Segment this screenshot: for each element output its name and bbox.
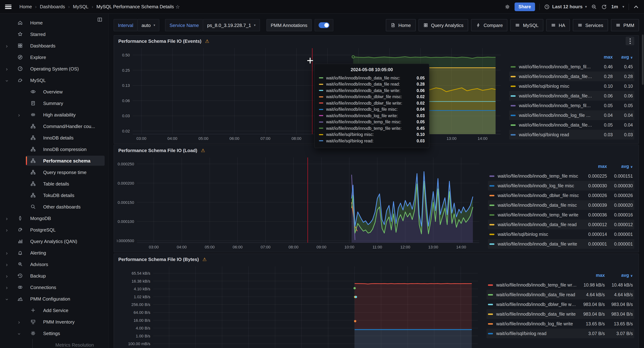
sidebar-item-overview[interactable]: Overview <box>0 86 108 98</box>
chevron-right-icon[interactable] <box>5 286 9 289</box>
link-button-home[interactable]: Home <box>386 19 416 31</box>
link-button-mysql[interactable]: MySQL <box>510 19 543 31</box>
chevron-down-icon[interactable] <box>5 78 9 82</box>
chevron-down-icon[interactable]: ▾ <box>622 5 624 9</box>
sidebar-item-operating-system-os[interactable]: Operating System (OS) <box>0 63 108 74</box>
panel-warning-icon[interactable]: ⚠ <box>205 39 209 43</box>
share-button[interactable]: Share <box>514 2 535 11</box>
series-name[interactable]: wait/io/file/innodb/innodb_temp_file wri… <box>498 212 581 217</box>
chevron-right-icon[interactable] <box>5 67 9 70</box>
series-name[interactable]: wait/io/file/innodb/innodb_data_file rea… <box>519 74 592 79</box>
panel-header[interactable]: Performance Schema File IO (Events) ⚠ <box>114 36 638 46</box>
link-button-pmm[interactable]: PMM <box>611 19 639 31</box>
legend-sort-max[interactable]: max <box>577 273 605 278</box>
sidebar-item-add-service[interactable]: Add Service <box>0 304 108 316</box>
chevron-right-icon[interactable] <box>17 320 21 324</box>
series-name[interactable]: wait/io/file/innodb/innodb_dblwr_file wr… <box>496 302 577 307</box>
sidebar-item-starred[interactable]: Starred <box>0 28 108 40</box>
panel-warning-icon[interactable]: ⚠ <box>201 148 205 152</box>
series-name[interactable]: wait/io/file/innodb/innodb_data_file rea… <box>498 222 581 227</box>
series-name[interactable]: wait/io/file/innodb/innodb_data_file mis… <box>519 122 592 128</box>
chevron-right-icon[interactable] <box>5 228 9 232</box>
link-button-services[interactable]: Services <box>573 19 608 31</box>
sidebar-item-high-availability[interactable]: High availability <box>0 109 108 120</box>
sidebar-item-backup[interactable]: Backup <box>0 270 108 282</box>
series-name[interactable]: wait/io/file/innodb/innodb_dblwr_file mi… <box>498 193 581 198</box>
breadcrumb-item[interactable]: Dashboards <box>40 4 65 9</box>
legend-sort-max[interactable]: max <box>592 54 613 60</box>
favorite-star-icon[interactable]: ☆ <box>175 4 180 10</box>
sidebar-item-table-details[interactable]: Table details <box>0 178 108 190</box>
series-name[interactable]: wait/io/file/sql/binlog misc <box>498 232 581 237</box>
series-name[interactable]: wait/io/file/innodb/innodb_log_file misc <box>498 183 581 188</box>
link-button-query-analytics[interactable]: Query Analytics <box>418 19 468 31</box>
link-button-compare[interactable]: Compare <box>471 19 508 31</box>
series-name[interactable]: wait/io/file/innodb/innodb_temp_file mis… <box>498 174 581 178</box>
series-name[interactable]: wait/io/file/innodb/innodb_data_file wri… <box>498 242 581 246</box>
sidebar-item-connections[interactable]: Connections <box>0 282 108 293</box>
sidebar-item-performance-schema[interactable]: Performance schema <box>0 155 108 166</box>
sidebar-item-mysql[interactable]: MySQL <box>0 74 108 86</box>
sidebar-item-tokudb-details[interactable]: TokuDB details <box>0 190 108 201</box>
pmm-annotations-toggle[interactable] <box>314 19 333 31</box>
series-name[interactable]: wait/io/file/innodb/innodb_data_file mis… <box>498 202 581 208</box>
sidebar-item-settings[interactable]: Settings <box>0 328 108 339</box>
sidebar-item-other-dashboards[interactable]: Other dashboards <box>0 201 108 212</box>
interval-select[interactable]: auto▾ <box>137 19 160 31</box>
sidebar-item-alerting[interactable]: Alerting <box>0 247 108 258</box>
legend-sort-max[interactable]: max <box>581 164 607 169</box>
refresh-icon[interactable] <box>601 4 607 10</box>
series-name[interactable]: wait/io/file/innodb/innodb_log_file misc <box>519 113 592 118</box>
breadcrumb-item[interactable]: Home <box>20 4 32 9</box>
chevron-right-icon[interactable] <box>5 216 9 220</box>
sidebar-item-pmm-inventory[interactable]: PMM Inventory <box>0 316 108 328</box>
sidebar-item-mongodb[interactable]: MongoDB <box>0 212 108 224</box>
sidebar-item-query-response-time[interactable]: Query response time <box>0 166 108 178</box>
breadcrumb-item[interactable]: MySQL Performance Schema Details <box>96 4 174 9</box>
legend-sort-avg[interactable]: avg ∨ <box>607 164 633 169</box>
chevron-right-icon[interactable] <box>5 251 9 254</box>
sidebar-item-postgresql[interactable]: PostgreSQL <box>0 224 108 236</box>
chevron-right-icon[interactable] <box>5 274 9 278</box>
sidebar-item-dashboards[interactable]: Dashboards <box>0 40 108 52</box>
sidebar-item-command-handler-cou[interactable]: Command/Handler cou... <box>0 120 108 132</box>
series-name[interactable]: wait/io/file/innodb/innodb_data_file wri… <box>496 312 577 316</box>
scrollbar-thumb[interactable] <box>642 34 644 85</box>
panel-menu-icon[interactable] <box>626 37 634 45</box>
chart-bytes[interactable]: 03:0004:0005:0006:0007:0008:0009:0010:00… <box>117 265 480 348</box>
time-range-picker[interactable]: Last 12 hours ▾ <box>544 4 587 10</box>
series-name[interactable]: wait/io/file/sql/binlog read <box>519 132 592 137</box>
sidebar-item-innodb-compression[interactable]: InnoDB compression <box>0 144 108 155</box>
chart-load[interactable]: 03:0004:0005:0006:0007:0008:0009:0010:00… <box>117 156 482 251</box>
panel-header[interactable]: Performance Schema File IO (Bytes) ⚠ <box>114 254 638 264</box>
refresh-interval[interactable]: 1m <box>611 4 618 9</box>
panel-warning-icon[interactable]: ⚠ <box>202 257 206 262</box>
series-name[interactable]: wait/io/file/innodb/innodb_data_file rea… <box>496 292 577 297</box>
sidebar-item-explore[interactable]: Explore <box>0 52 108 63</box>
series-name[interactable]: wait/io/file/sql/binlog read <box>496 331 577 336</box>
series-name[interactable]: wait/io/file/innodb/innodb_temp_file wri… <box>496 282 577 288</box>
chevron-right-icon[interactable] <box>17 113 21 116</box>
sidebar-item-query-analytics-qan[interactable]: Query Analytics (QAN) <box>0 236 108 247</box>
link-button-ha[interactable]: HA <box>546 19 570 31</box>
dashboard-settings-icon[interactable] <box>504 4 510 10</box>
service-name-select[interactable]: ps_8.0_3.19.228.7_1▾ <box>203 19 260 31</box>
sidebar-item-metrics-resolution[interactable]: Metrics Resolution <box>0 339 108 348</box>
chevron-right-icon[interactable] <box>5 262 9 266</box>
sidebar-item-innodb-details[interactable]: InnoDB details <box>0 132 108 144</box>
chevron-down-icon[interactable] <box>5 297 9 300</box>
series-name[interactable]: wait/io/file/innodb/innodb_data_file wri… <box>519 93 592 98</box>
legend-sort-avg[interactable]: avg ∨ <box>605 273 633 278</box>
collapse-header-icon[interactable] <box>633 4 639 10</box>
series-name[interactable]: wait/io/file/innodb/innodb_temp_file mis… <box>519 103 592 108</box>
series-name[interactable]: wait/io/file/innodb/innodb_temp_file wri… <box>519 64 592 69</box>
sidebar-item-home[interactable]: Home <box>0 17 108 28</box>
series-name[interactable]: wait/io/file/sql/binlog misc <box>519 84 592 88</box>
series-name[interactable]: wait/io/file/innodb/innodb_log_file writ… <box>496 321 577 326</box>
sidebar-item-advisors[interactable]: Advisors <box>0 258 108 270</box>
sidebar-item-pmm-configuration[interactable]: PMM Configuration <box>0 293 108 304</box>
chevron-right-icon[interactable] <box>5 44 9 48</box>
menu-icon[interactable] <box>5 4 12 9</box>
zoom-out-icon[interactable] <box>591 4 597 10</box>
sidebar-item-summary[interactable]: Summary <box>0 98 108 109</box>
